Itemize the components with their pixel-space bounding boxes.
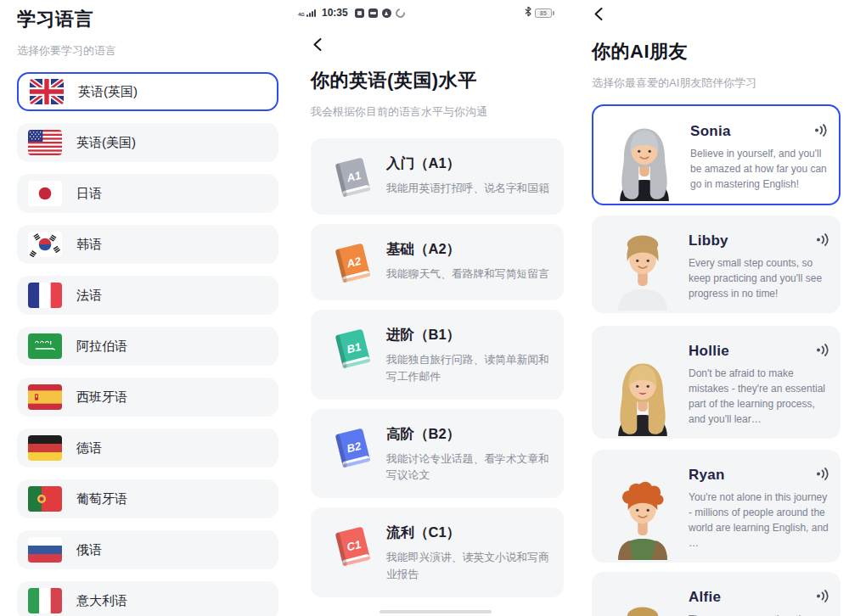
language-label: 西班牙语	[76, 389, 127, 406]
language-option-korean[interactable]: 韩语	[17, 225, 278, 264]
level-description: 我能聊天气、看路牌和写简短留言	[386, 266, 549, 283]
flag-italy-icon	[28, 588, 62, 613]
battery-icon: 85	[535, 8, 554, 18]
status-bar: 4G 10:35 85	[298, 6, 554, 20]
language-option-portuguese[interactable]: 葡萄牙语	[17, 479, 278, 518]
book-c1-icon: C1	[329, 524, 375, 569]
friend-name: Libby	[689, 232, 728, 249]
language-label: 德语	[76, 440, 102, 456]
friend-list: Sonia Believe in yourself, and you'll be…	[592, 104, 849, 616]
signal-icon: 4G	[298, 9, 316, 17]
page-subtitle: 选择你要学习的语言	[17, 43, 283, 59]
language-option-spanish[interactable]: 西班牙语	[17, 378, 278, 417]
friend-name: Ryan	[689, 467, 725, 484]
friend-quote: Believe in yourself, and you'll be amaze…	[690, 146, 829, 192]
level-name: 进阶（B1）	[386, 326, 557, 344]
book-b1-icon: B1	[329, 326, 375, 372]
language-label: 英语(美国)	[76, 135, 136, 151]
avatar-sonia	[604, 116, 685, 201]
avatar-libby	[602, 226, 683, 311]
book-b2-icon: B2	[329, 425, 375, 471]
level-option-b2[interactable]: B2 高阶（B2） 我能讨论专业话题、看学术文章和写议论文	[311, 409, 564, 499]
friend-quote: You're not alone in this journey - milli…	[689, 490, 830, 551]
level-description: 我能用英语打招呼、说名字和国籍	[386, 180, 549, 197]
voice-preview-icon[interactable]	[816, 344, 830, 360]
language-option-russian[interactable]: 俄语	[17, 530, 278, 569]
voice-preview-icon[interactable]	[816, 233, 830, 249]
friend-option-sonia[interactable]: Sonia Believe in yourself, and you'll be…	[592, 104, 841, 205]
friend-quote: Every small step counts, so keep practic…	[689, 255, 830, 301]
friend-quote: The more you practice, the more confiden…	[689, 612, 830, 616]
level-option-c1[interactable]: C1 流利（C1） 我能即兴演讲、读英文小说和写商业报告	[311, 507, 564, 597]
language-option-english-uk[interactable]: 英语(英国)	[17, 72, 278, 111]
friend-option-hollie[interactable]: Hollie Don't be afraid to make mistakes …	[592, 326, 841, 439]
avatar-ryan	[602, 475, 683, 560]
book-a1-icon: A1	[329, 154, 375, 200]
upload-notification-icon	[382, 8, 391, 18]
app-screens: 学习语言 选择你要学习的语言 英语(英国)	[0, 0, 849, 616]
language-option-english-us[interactable]: 英语(美国)	[17, 123, 278, 162]
voice-preview-icon[interactable]	[816, 468, 830, 484]
level-list: A1 入门（A1） 我能用英语打招呼、说名字和国籍 A2	[311, 138, 565, 597]
language-option-german[interactable]: 德语	[17, 428, 278, 468]
level-description: 我能讨论专业话题、看学术文章和写议论文	[386, 451, 557, 484]
flag-us-icon	[28, 130, 62, 155]
level-option-b1[interactable]: B1 进阶（B1） 我能独自旅行问路、读简单新闻和写工作邮件	[311, 310, 564, 400]
language-option-japanese[interactable]: 日语	[17, 174, 278, 213]
level-name: 入门（A1）	[386, 154, 549, 173]
flag-france-icon	[28, 283, 62, 308]
language-label: 俄语	[76, 542, 102, 558]
page-title: 你的AI朋友	[592, 39, 849, 64]
language-list: 英语(英国) 英语(美国) 日语	[17, 72, 283, 616]
avatar-alfie	[602, 597, 683, 616]
language-screen: 学习语言 选择你要学习的语言 英语(英国)	[0, 0, 283, 616]
clock-text: 10:35	[322, 7, 348, 19]
flag-japan-icon	[28, 181, 62, 206]
friend-option-alfie[interactable]: Alfie The more you practice, the more co…	[592, 572, 841, 616]
level-option-a2[interactable]: A2 基础（A2） 我能聊天气、看路牌和写简短留言	[311, 224, 564, 300]
level-description: 我能即兴演讲、读英文小说和写商业报告	[386, 549, 557, 583]
voice-preview-icon[interactable]	[814, 124, 829, 140]
network-type-label: 4G	[298, 12, 305, 17]
page-subtitle: 我会根据你目前的语言水平与你沟通	[311, 104, 565, 120]
language-label: 法语	[76, 288, 102, 304]
flag-spain-icon	[28, 384, 62, 410]
friends-screen: 你的AI朋友 选择你最喜爱的AI朋友陪伴你学习 Sonia	[566, 0, 849, 616]
notification-icon-2	[368, 8, 378, 18]
bluetooth-icon	[525, 5, 531, 20]
flag-saudi-arabia-icon	[28, 333, 62, 359]
language-label: 阿拉伯语	[76, 339, 127, 355]
level-name: 高阶（B2）	[386, 425, 557, 444]
language-option-arabic[interactable]: 阿拉伯语	[17, 327, 278, 366]
back-button[interactable]	[592, 7, 606, 21]
avatar-hollie	[602, 351, 683, 436]
flag-korea-icon	[28, 232, 62, 257]
level-name: 基础（A2）	[386, 240, 549, 259]
language-option-french[interactable]: 法语	[17, 276, 278, 315]
level-name: 流利（C1）	[386, 524, 557, 542]
level-option-a1[interactable]: A1 入门（A1） 我能用英语打招呼、说名字和国籍	[311, 138, 564, 215]
language-label: 葡萄牙语	[76, 491, 127, 507]
level-screen: 4G 10:35 85 你的英语(英国	[283, 0, 565, 616]
page-title: 你的英语(英国)水平	[311, 68, 565, 93]
language-label: 日语	[76, 186, 102, 202]
home-indicator[interactable]	[380, 610, 492, 613]
flag-portugal-icon	[28, 486, 62, 512]
friend-name: Alfie	[689, 589, 721, 606]
language-label: 意大利语	[76, 593, 127, 609]
language-option-italian[interactable]: 意大利语	[17, 581, 278, 616]
friend-quote: Don't be afraid to make mistakes - they'…	[689, 366, 830, 427]
notification-icon-1	[355, 8, 364, 18]
flag-germany-icon	[28, 435, 62, 461]
friend-option-ryan[interactable]: Ryan You're not alone in this journey - …	[592, 450, 841, 563]
back-button[interactable]	[311, 37, 325, 52]
friend-name: Sonia	[690, 123, 731, 140]
book-a2-icon: A2	[329, 240, 375, 286]
language-label: 韩语	[76, 237, 102, 253]
friend-name: Hollie	[689, 343, 729, 360]
voice-preview-icon[interactable]	[816, 590, 830, 606]
flag-uk-icon	[30, 79, 64, 104]
friend-option-libby[interactable]: Libby Every small step counts, so keep p…	[592, 216, 841, 313]
battery-percent: 85	[535, 8, 552, 18]
flag-russia-icon	[28, 537, 62, 563]
